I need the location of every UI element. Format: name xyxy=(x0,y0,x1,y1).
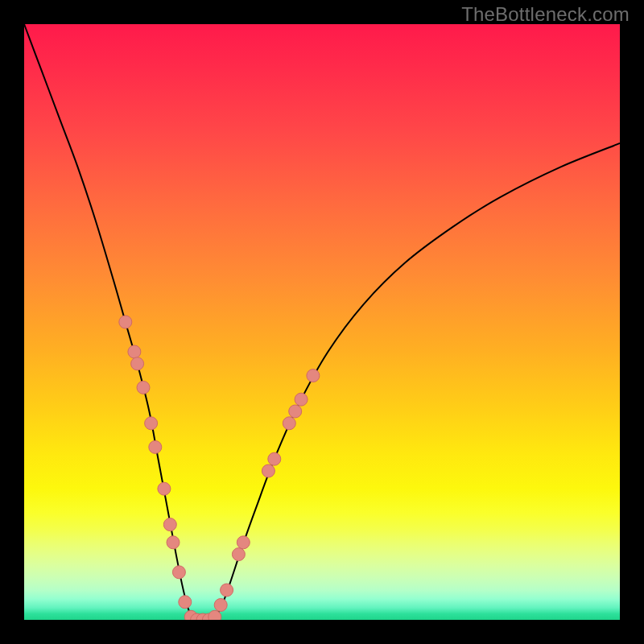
data-marker xyxy=(289,405,302,418)
data-marker xyxy=(131,357,144,370)
data-markers xyxy=(119,316,320,620)
data-marker xyxy=(149,440,162,453)
data-marker xyxy=(214,599,227,612)
data-marker xyxy=(295,393,308,406)
data-marker xyxy=(145,417,158,430)
data-marker xyxy=(221,584,233,597)
data-marker xyxy=(232,548,245,561)
data-marker xyxy=(283,417,295,430)
chart-overlay xyxy=(24,24,620,620)
data-marker xyxy=(307,369,320,382)
chart-frame: TheBottleneck.com xyxy=(0,0,644,644)
data-marker xyxy=(167,536,180,549)
data-marker xyxy=(119,316,132,328)
data-marker xyxy=(137,381,150,394)
data-marker xyxy=(128,345,141,358)
data-marker xyxy=(262,464,275,477)
data-marker xyxy=(158,482,171,495)
data-marker xyxy=(163,518,176,531)
data-marker xyxy=(179,596,192,609)
data-marker xyxy=(268,452,281,465)
data-marker xyxy=(172,566,185,579)
data-marker xyxy=(208,610,221,620)
bottleneck-curve xyxy=(24,24,620,620)
watermark-text: TheBottleneck.com xyxy=(461,3,630,26)
data-marker xyxy=(237,536,250,549)
